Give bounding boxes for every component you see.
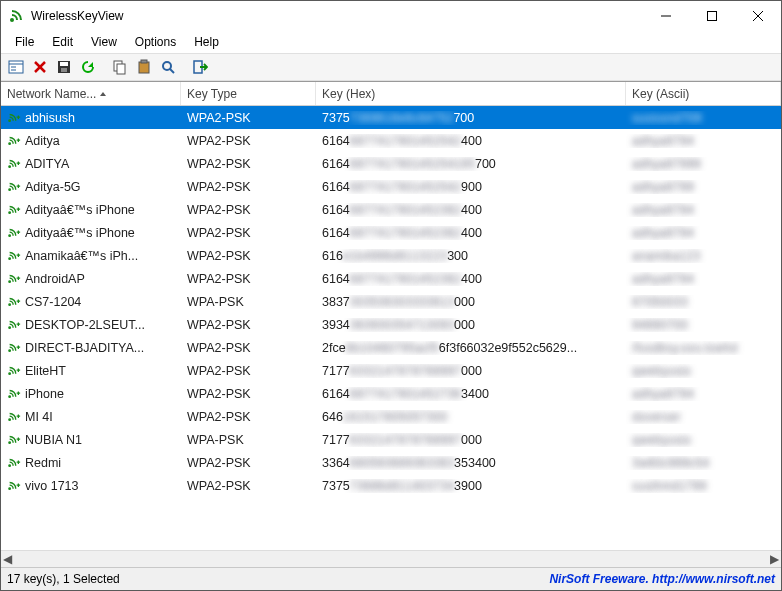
col-network-name[interactable]: Network Name... — [1, 82, 181, 105]
cell-key-type: WPA2-PSK — [181, 410, 316, 424]
cell-key-type: WPA2-PSK — [181, 134, 316, 148]
svg-point-26 — [8, 234, 11, 237]
table-row[interactable]: iPhoneWPA2-PSK616468774179014527363400ad… — [1, 382, 781, 405]
cell-network-name: Redmi — [1, 456, 181, 470]
cell-network-name: NUBIA N1 — [1, 433, 181, 447]
cell-network-name: Adityaâ€™s iPhone — [1, 226, 181, 240]
cell-key-ascii: 94690700 — [626, 318, 781, 332]
statusbar: 17 key(s), 1 Selected NirSoft Freeware. … — [1, 567, 781, 590]
scroll-left-icon[interactable]: ◀ — [3, 552, 12, 566]
svg-rect-2 — [708, 12, 717, 21]
cell-key-ascii: 3w60c999c54 — [626, 456, 781, 470]
table-row[interactable]: CS7-1204WPA-PSK3837303536303333613000870… — [1, 290, 781, 313]
find-icon[interactable] — [157, 56, 179, 78]
table-row[interactable]: AdityaWPA2-PSK61646877417901452542400adh… — [1, 129, 781, 152]
refresh-icon[interactable] — [77, 56, 99, 78]
table-row[interactable]: Anamikaâ€™s iPh...WPA2-PSK616e1b4996d611… — [1, 244, 781, 267]
cell-key-hex: 3934363930354713093000 — [316, 318, 626, 332]
cell-key-type: WPA2-PSK — [181, 456, 316, 470]
cell-key-hex: 737573686d8114037343900 — [316, 479, 626, 493]
svg-point-27 — [8, 257, 11, 260]
cell-network-name: AndroidAP — [1, 272, 181, 286]
col-key-type[interactable]: Key Type — [181, 82, 316, 105]
delete-icon[interactable] — [29, 56, 51, 78]
cell-key-type: WPA2-PSK — [181, 479, 316, 493]
rows-container[interactable]: abhisushWPA2-PSK73757369616e6c64752700su… — [1, 106, 781, 550]
table-row[interactable]: abhisushWPA2-PSK73757369616e6c64752700su… — [1, 106, 781, 129]
cell-network-name: iPhone — [1, 387, 181, 401]
cell-key-ascii: qwebyusio — [626, 433, 781, 447]
paste-icon[interactable] — [133, 56, 155, 78]
table-row[interactable]: NUBIA N1WPA-PSK71776332147878768997000qw… — [1, 428, 781, 451]
cell-key-hex: 3364680593689363363353400 — [316, 456, 626, 470]
close-button[interactable] — [735, 1, 781, 31]
table-row[interactable]: AndroidAPWPA2-PSK61646877417901452362400… — [1, 267, 781, 290]
menu-edit[interactable]: Edit — [44, 33, 81, 51]
cell-key-type: WPA2-PSK — [181, 157, 316, 171]
cell-key-hex: 61646877417901452362400 — [316, 226, 626, 240]
cell-key-type: WPA2-PSK — [181, 341, 316, 355]
table-row[interactable]: Adityaâ€™s iPhoneWPA2-PSK616468774179014… — [1, 198, 781, 221]
cell-network-name: Aditya — [1, 134, 181, 148]
table-row[interactable]: DIRECT-BJADITYA...WPA2-PSK2fce8b10460795… — [1, 336, 781, 359]
svg-line-19 — [170, 69, 174, 73]
cell-key-hex: 6164687741790145254195700 — [316, 157, 626, 171]
cell-network-name: vivo 1713 — [1, 479, 181, 493]
cell-network-name: CS7-1204 — [1, 295, 181, 309]
minimize-button[interactable] — [643, 1, 689, 31]
cell-network-name: EliteHT — [1, 364, 181, 378]
copy-icon[interactable] — [109, 56, 131, 78]
column-headers: Network Name... Key Type Key (Hex) Key (… — [1, 82, 781, 106]
cell-key-ascii: adhya8794 — [626, 134, 781, 148]
save-icon[interactable] — [53, 56, 75, 78]
table-row[interactable]: Adityaâ€™s iPhoneWPA2-PSK616468774179014… — [1, 221, 781, 244]
exit-icon[interactable] — [189, 56, 211, 78]
table-row[interactable]: MI 4IWPA2-PSK646161517805057300doverser — [1, 405, 781, 428]
cell-network-name: DESKTOP-2LSEUT... — [1, 318, 181, 332]
table-row[interactable]: EliteHTWPA2-PSK71776332147878768997000qw… — [1, 359, 781, 382]
menu-file[interactable]: File — [7, 33, 42, 51]
cell-key-type: WPA-PSK — [181, 433, 316, 447]
properties-icon[interactable] — [5, 56, 27, 78]
svg-rect-17 — [141, 60, 147, 63]
col-key-ascii[interactable]: Key (Ascii) — [626, 82, 781, 105]
titlebar: WirelessKeyView — [1, 1, 781, 31]
svg-point-21 — [8, 119, 11, 122]
menu-view[interactable]: View — [83, 33, 125, 51]
cell-key-ascii: adhya8794 — [626, 272, 781, 286]
cell-key-ascii: adhya8794 — [626, 203, 781, 217]
cell-key-ascii: susissnd709 — [626, 111, 781, 125]
status-link[interactable]: NirSoft Freeware. http://www.nirsoft.net — [549, 572, 775, 586]
table-row[interactable]: RedmiWPA2-PSK33646805936893633633534003w… — [1, 451, 781, 474]
svg-point-36 — [8, 464, 11, 467]
cell-key-hex: 61646877417901452362400 — [316, 272, 626, 286]
cell-key-ascii: /fusdbsy.oos.tswhd — [626, 341, 781, 355]
table-row[interactable]: Aditya-5GWPA2-PSK61646877417901452542900… — [1, 175, 781, 198]
cell-key-ascii: susihmd1799 — [626, 479, 781, 493]
scroll-right-icon[interactable]: ▶ — [770, 552, 779, 566]
menu-help[interactable]: Help — [186, 33, 227, 51]
svg-point-25 — [8, 211, 11, 214]
cell-key-type: WPA2-PSK — [181, 272, 316, 286]
cell-key-hex: 71776332147878768997000 — [316, 433, 626, 447]
svg-point-35 — [8, 441, 11, 444]
svg-rect-16 — [139, 62, 149, 73]
cell-key-hex: 3837303536303333613000 — [316, 295, 626, 309]
table-row[interactable]: vivo 1713WPA2-PSK737573686d8114037343900… — [1, 474, 781, 497]
window-controls — [643, 1, 781, 31]
cell-key-ascii: 87050033 — [626, 295, 781, 309]
maximize-button[interactable] — [689, 1, 735, 31]
cell-key-ascii: anamika123 — [626, 249, 781, 263]
menu-options[interactable]: Options — [127, 33, 184, 51]
cell-key-type: WPA2-PSK — [181, 111, 316, 125]
horizontal-scrollbar[interactable]: ◀ ▶ — [1, 550, 781, 567]
svg-rect-15 — [117, 64, 125, 74]
svg-point-18 — [163, 62, 171, 70]
app-icon — [9, 8, 25, 24]
cell-key-type: WPA2-PSK — [181, 226, 316, 240]
col-key-hex[interactable]: Key (Hex) — [316, 82, 626, 105]
table-row[interactable]: DESKTOP-2LSEUT...WPA2-PSK393436393035471… — [1, 313, 781, 336]
svg-point-24 — [8, 188, 11, 191]
table-row[interactable]: ADITYAWPA2-PSK6164687741790145254195700a… — [1, 152, 781, 175]
svg-rect-13 — [61, 68, 67, 72]
